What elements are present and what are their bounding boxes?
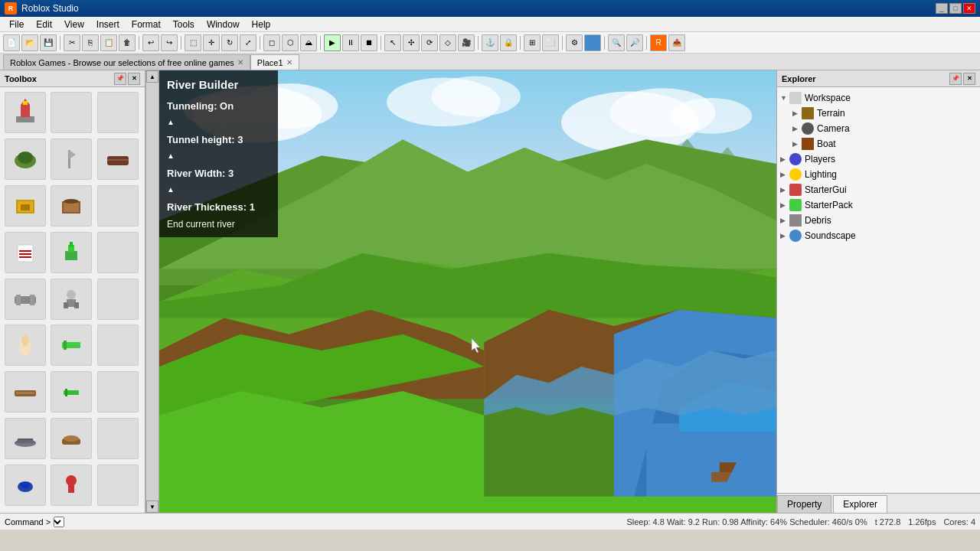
tree-item-camera[interactable]: ▶ Camera: [777, 121, 980, 136]
toolbox-item-16[interactable]: [51, 324, 92, 366]
toolbox-scrollbar[interactable]: ▲ ▼: [145, 70, 159, 513]
tb-stop[interactable]: ⏹: [361, 34, 377, 51]
toolbox-item-7[interactable]: [51, 185, 92, 227]
tb-zoom-in[interactable]: 🔍: [608, 34, 625, 51]
tb-new[interactable]: 📄: [3, 34, 20, 51]
tab-games-browse[interactable]: Roblox Games - Browse our selections of …: [3, 54, 250, 70]
minimize-button[interactable]: _: [936, 3, 948, 14]
toolbox-item-2[interactable]: [97, 92, 139, 133]
tunnel-height-up[interactable]: ▲: [167, 118, 175, 126]
tb-lock[interactable]: 🔒: [500, 34, 517, 51]
tb-undo[interactable]: ↩: [142, 34, 159, 51]
viewport[interactable]: River Builder Tunneling: On ▲ Tunnel hei…: [159, 70, 776, 513]
toolbox-item-23[interactable]: [97, 418, 139, 459]
maximize-button[interactable]: □: [949, 3, 962, 14]
tree-item-startergui[interactable]: ▶ StarterGui: [777, 182, 980, 197]
tb-settings[interactable]: ⚙: [566, 34, 583, 51]
tb-move2[interactable]: ✣: [403, 34, 420, 51]
tb-anchor[interactable]: ⚓: [482, 34, 498, 51]
window-controls[interactable]: _ □ ✕: [936, 3, 975, 14]
tree-item-debris[interactable]: ▶ Debris: [777, 213, 980, 228]
tree-item-soundscape[interactable]: ▶ Soundscape: [777, 228, 980, 243]
scroll-down[interactable]: ▼: [146, 500, 158, 513]
tb-zoom-out[interactable]: 🔎: [626, 34, 643, 51]
tb-paste[interactable]: 📋: [100, 34, 117, 51]
tree-item-workspace[interactable]: ▼ Workspace: [777, 90, 980, 106]
toolbox-item-6[interactable]: [5, 185, 46, 227]
toolbox-item-15[interactable]: [5, 324, 46, 366]
tree-item-boat[interactable]: ▶ Boat: [777, 136, 980, 152]
tb-terrain[interactable]: ⛰: [300, 34, 317, 51]
end-river-button[interactable]: End current river: [167, 219, 270, 230]
river-thickness-up[interactable]: ▲: [167, 185, 175, 194]
river-width-up[interactable]: ▲: [167, 152, 175, 160]
tb-rotate[interactable]: ↻: [221, 34, 238, 51]
toolbox-item-8[interactable]: [97, 185, 139, 227]
tb-scale2[interactable]: ◇: [439, 34, 456, 51]
menu-format[interactable]: Format: [126, 18, 167, 31]
toolbox-item-22[interactable]: [51, 418, 92, 459]
tb-roblox[interactable]: R: [650, 34, 667, 51]
menu-help[interactable]: Help: [246, 18, 277, 31]
tb-select[interactable]: ⬚: [185, 34, 201, 51]
tb-copy[interactable]: ⎘: [82, 34, 99, 51]
explorer-close[interactable]: ✕: [963, 73, 975, 85]
expand-terrain[interactable]: ▶: [792, 109, 802, 117]
toolbox-item-17[interactable]: [97, 324, 139, 366]
expand-workspace[interactable]: ▼: [780, 94, 789, 102]
tb-move[interactable]: ✛: [203, 34, 220, 51]
tab-games-close[interactable]: ✕: [237, 58, 243, 67]
toolbox-item-10[interactable]: [51, 232, 92, 273]
toolbox-item-19[interactable]: [51, 371, 92, 412]
toolbox-item-21[interactable]: [5, 418, 46, 459]
menu-file[interactable]: File: [3, 18, 30, 31]
tb-model[interactable]: ⬡: [282, 34, 299, 51]
tb-part[interactable]: ◻: [263, 34, 280, 51]
expand-lighting[interactable]: ▶: [780, 171, 789, 178]
toolbox-item-13[interactable]: [51, 279, 92, 320]
tb-open[interactable]: 📂: [21, 34, 38, 51]
toolbox-item-26[interactable]: [97, 465, 139, 506]
tab-explorer[interactable]: Explorer: [833, 495, 887, 513]
tb-rotate2[interactable]: ⟳: [421, 34, 438, 51]
toolbox-item-3[interactable]: [5, 139, 46, 180]
toolbox-item-12[interactable]: [5, 279, 46, 320]
toolbox-item-20[interactable]: [97, 371, 139, 412]
tb-save[interactable]: 💾: [40, 34, 57, 51]
tb-snap[interactable]: ⊞: [524, 34, 541, 51]
tb-cam[interactable]: 🎥: [458, 34, 475, 51]
toolbox-item-5[interactable]: [97, 139, 139, 180]
tb-play[interactable]: ▶: [324, 34, 341, 51]
expand-startergui[interactable]: ▶: [780, 186, 789, 194]
menu-insert[interactable]: Insert: [90, 18, 126, 31]
tab-place1-close[interactable]: ✕: [286, 58, 292, 67]
tb-group[interactable]: ⬜: [542, 34, 559, 51]
scroll-up[interactable]: ▲: [146, 70, 158, 83]
toolbox-item-24[interactable]: [5, 465, 46, 506]
tb-cut[interactable]: ✂: [64, 34, 80, 51]
tb-color[interactable]: [584, 34, 601, 51]
menu-tools[interactable]: Tools: [167, 18, 201, 31]
expand-camera[interactable]: ▶: [792, 125, 802, 132]
expand-boat[interactable]: ▶: [792, 140, 802, 148]
expand-starterpack[interactable]: ▶: [780, 201, 789, 209]
tb-select2[interactable]: ↖: [384, 34, 401, 51]
tree-item-terrain[interactable]: ▶ Terrain: [777, 106, 980, 121]
tree-item-players[interactable]: ▶ Players: [777, 152, 980, 167]
toolbox-close[interactable]: ✕: [128, 73, 140, 85]
tab-property[interactable]: Property: [777, 495, 831, 513]
command-dropdown[interactable]: [54, 517, 64, 527]
toolbox-item-18[interactable]: [5, 371, 46, 412]
toolbox-pin[interactable]: 📌: [114, 73, 126, 85]
tab-place1[interactable]: Place1 ✕: [250, 54, 299, 70]
tb-delete[interactable]: 🗑: [119, 34, 136, 51]
close-button[interactable]: ✕: [963, 3, 975, 14]
menu-window[interactable]: Window: [201, 18, 246, 31]
toolbox-item-0[interactable]: [5, 92, 46, 133]
tb-publish[interactable]: 📤: [668, 34, 685, 51]
explorer-pin[interactable]: 📌: [949, 73, 962, 85]
tree-item-starterpack[interactable]: ▶ StarterPack: [777, 197, 980, 213]
tree-item-lighting[interactable]: ▶ Lighting: [777, 167, 980, 182]
menu-view[interactable]: View: [58, 18, 90, 31]
expand-players[interactable]: ▶: [780, 155, 789, 163]
